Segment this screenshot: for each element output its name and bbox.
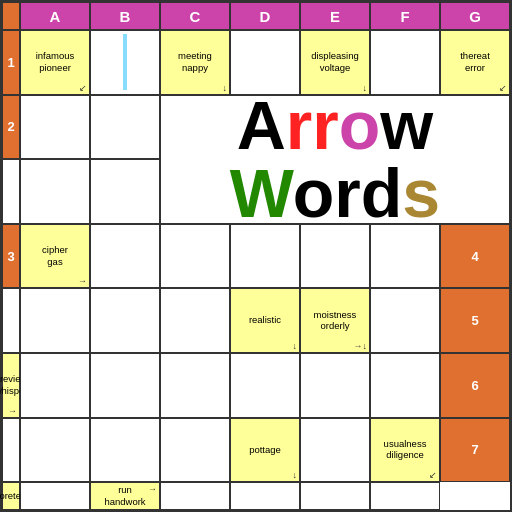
- cell-d1: [230, 30, 300, 95]
- cell-f5: [300, 353, 370, 418]
- row-label-7: 7: [440, 418, 510, 483]
- cell-g1-word1: thereat: [460, 51, 490, 61]
- cell-e4-word1: realistic: [249, 315, 281, 325]
- cell-b2: [90, 95, 160, 160]
- cell-f6: [300, 418, 370, 483]
- arrow-g6: ↙: [429, 470, 437, 480]
- cell-e5: [230, 353, 300, 418]
- cell-e3: [230, 224, 300, 289]
- cell-b5: [20, 353, 90, 418]
- cell-a1-word1: infamous: [36, 51, 75, 61]
- cell-f4-word1: moistness: [314, 310, 357, 320]
- cell-e7: [230, 482, 300, 510]
- cell-d5: [160, 353, 230, 418]
- cell-a5: preview whisper →: [2, 353, 20, 418]
- row-label-1: 1: [2, 30, 20, 95]
- cell-g6: usualness diligence ↙: [370, 418, 440, 483]
- cell-c7-word2: handwork: [104, 497, 145, 507]
- cell-f7: [300, 482, 370, 510]
- cell-c4: [90, 288, 160, 353]
- col-header-f: F: [370, 2, 440, 30]
- arrow-f4: →↓: [354, 341, 368, 351]
- cell-b6: [20, 418, 90, 483]
- row-label-6: 6: [440, 353, 510, 418]
- cell-g4: [370, 288, 440, 353]
- cell-c1-word1: meeting: [178, 51, 212, 61]
- arrow-c1: ↓: [223, 83, 228, 93]
- arrow-c7: →: [148, 484, 157, 494]
- col-header-g: G: [440, 2, 510, 30]
- col-header-c: C: [160, 2, 230, 30]
- cell-b1: [90, 30, 160, 95]
- cell-a2: [20, 95, 90, 160]
- cell-f1: [370, 30, 440, 95]
- cell-f2: [20, 159, 90, 224]
- cell-c3: [160, 224, 230, 289]
- cell-e1-word2: voltage: [320, 63, 351, 73]
- col-header-d: D: [230, 2, 300, 30]
- cell-g3: [370, 224, 440, 289]
- cell-d4: [160, 288, 230, 353]
- cell-a3: cipher gas →: [20, 224, 90, 289]
- cell-d7: [160, 482, 230, 510]
- title-line2: Words: [230, 159, 440, 227]
- col-header-e: E: [300, 2, 370, 30]
- cell-e1-word1: displeasing: [311, 51, 359, 61]
- title-line1: Arrow: [237, 91, 434, 159]
- cell-g1-word2: error: [465, 63, 485, 73]
- cell-b3: [90, 224, 160, 289]
- row-label-2: 2: [2, 95, 20, 160]
- cell-f4: moistness orderly →↓: [300, 288, 370, 353]
- cell-f3: [300, 224, 370, 289]
- arrow-e4: ↓: [293, 341, 298, 351]
- cell-a6: [2, 418, 20, 483]
- cell-g2: [90, 159, 160, 224]
- cell-c6: [90, 418, 160, 483]
- row-label-4: 4: [440, 224, 510, 289]
- cell-d6: [160, 418, 230, 483]
- cell-a1-word2: pioneer: [39, 63, 71, 73]
- cell-g1: thereat error ↙: [440, 30, 510, 95]
- row-label-3: 3: [2, 224, 20, 289]
- cell-a3-word2: gas: [47, 257, 62, 267]
- cell-a1: infamous pioneer ↙: [20, 30, 90, 95]
- cell-f4-word2: orderly: [320, 321, 349, 331]
- arrow-a5: →: [8, 406, 17, 416]
- cell-a7: foretell: [2, 482, 20, 510]
- cell-a3-word1: cipher: [42, 245, 68, 255]
- corner-cell: [2, 2, 20, 30]
- cell-g5: [370, 353, 440, 418]
- crossword-grid: A B C D E F G 1 infamous pioneer ↙ meeti…: [0, 0, 512, 512]
- cell-e2: [2, 159, 20, 224]
- cell-c1: meeting nappy ↓: [160, 30, 230, 95]
- cell-e1: displeasing voltage ↓: [300, 30, 370, 95]
- col-header-b: B: [90, 2, 160, 30]
- title-cell: Arrow Words: [160, 95, 510, 224]
- row-label-5: 5: [440, 288, 510, 353]
- cell-g7: [370, 482, 440, 510]
- arrow-a1: ↙: [79, 83, 87, 93]
- arrow-a3: →: [78, 276, 87, 286]
- cell-a4: [2, 288, 20, 353]
- cell-g6-word2: diligence: [386, 450, 424, 460]
- cell-c7-word1: run: [118, 485, 132, 495]
- cell-e6-word1: pottage: [249, 445, 281, 455]
- cell-b4: [20, 288, 90, 353]
- cell-c7: run handwork →: [90, 482, 160, 510]
- cell-g6-word1: usualness: [384, 439, 427, 449]
- arrow-g1: ↙: [499, 83, 507, 93]
- arrow-e6: ↓: [293, 470, 298, 480]
- cell-b7: [20, 482, 90, 510]
- cell-e4: realistic ↓: [230, 288, 300, 353]
- cell-e6: pottage ↓: [230, 418, 300, 483]
- cell-c5: [90, 353, 160, 418]
- cyan-bar: [123, 34, 127, 90]
- col-header-a: A: [20, 2, 90, 30]
- cell-c1-word2: nappy: [182, 63, 208, 73]
